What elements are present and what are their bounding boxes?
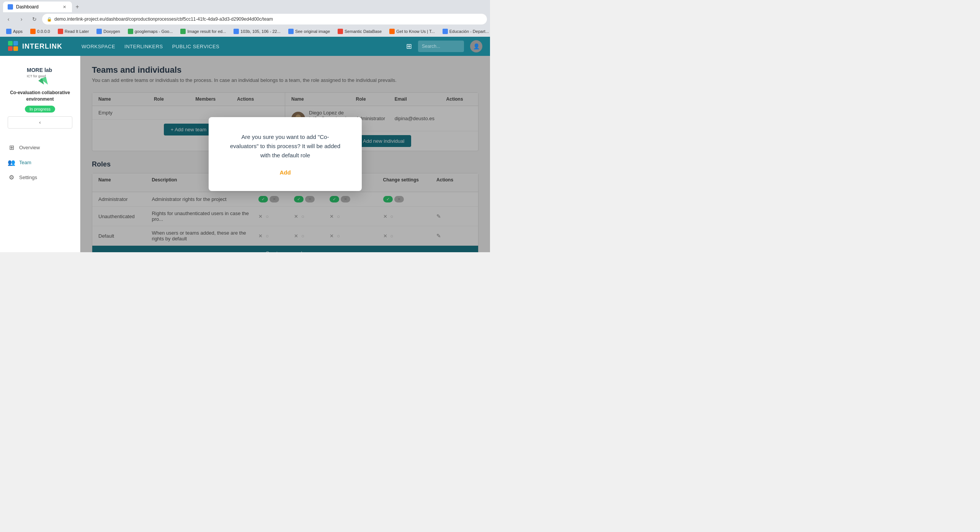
sidebar: MORE lab ICT for good Co-evaluation coll…: [0, 56, 80, 252]
status-badge: In progress: [25, 106, 55, 113]
bookmark-icon: [6, 29, 11, 34]
bookmark-icon: [30, 29, 36, 34]
nav-interlinkers[interactable]: INTERLINKERS: [124, 42, 163, 51]
bookmark-educacion[interactable]: Educación - Depart...: [439, 28, 490, 35]
bookmark-image[interactable]: Image result for ed...: [177, 28, 229, 35]
people-icon: 👥: [8, 159, 15, 166]
sidebar-label-overview: Overview: [19, 145, 40, 150]
sidebar-label-settings: Settings: [19, 175, 37, 180]
url-text: demo.interlink-project.eu/dashboard/copr…: [54, 16, 273, 22]
app: INTERLINK WORKSPACE INTERLINKERS PUBLIC …: [0, 37, 490, 252]
bookmark-label: googlemaps - Goo...: [135, 29, 173, 34]
bookmark-label: Apps: [13, 29, 23, 34]
bookmark-label: Get to Know Us | T...: [396, 29, 434, 34]
bookmark-label: 103b, 105, 106 - 22...: [240, 29, 281, 34]
back-button[interactable]: ‹: [8, 116, 72, 129]
reload-button[interactable]: ↻: [29, 14, 40, 24]
sidebar-logo-area: MORE lab ICT for good Co-evaluation coll…: [0, 64, 80, 136]
confirmation-modal: Are you sure you want to add "Co-evaluat…: [209, 117, 362, 191]
bookmark-label: Semantic DataBase: [345, 29, 382, 34]
forward-button[interactable]: ›: [16, 14, 27, 24]
modal-message: Are you sure you want to add "Co-evaluat…: [228, 132, 343, 160]
bookmark-label: Image result for ed...: [187, 29, 226, 34]
bookmark-icon: [234, 29, 239, 34]
new-tab-button[interactable]: +: [72, 2, 83, 12]
sidebar-item-overview[interactable]: ⊞ Overview: [0, 140, 80, 155]
svg-text:MORE lab: MORE lab: [27, 67, 52, 73]
bookmark-doxygen[interactable]: Doxygen: [93, 28, 123, 35]
gear-icon: ⚙: [8, 174, 15, 181]
bookmark-icon: [338, 29, 343, 34]
svg-text:ICT for good: ICT for good: [27, 74, 46, 78]
project-title: Co-evaluation collaborative environment: [8, 90, 72, 103]
grid-icon: ⊞: [8, 144, 15, 151]
tab-bar: Dashboard ✕ +: [0, 0, 490, 12]
nav-right: ⊞ 👤: [406, 40, 482, 52]
logo-text: INTERLINK: [22, 42, 62, 51]
bookmark-103b[interactable]: 103b, 105, 106 - 22...: [230, 28, 284, 35]
bookmark-ip[interactable]: 0.0.0.0: [27, 28, 53, 35]
bookmark-label: See original image: [295, 29, 330, 34]
sidebar-nav: ⊞ Overview 👥 Team ⚙ Settings: [0, 140, 80, 185]
bookmark-label: Read It Later: [65, 29, 89, 34]
project-logo-svg: MORE lab ICT for good: [25, 64, 56, 86]
bookmark-icon: [96, 29, 102, 34]
modal-add-button[interactable]: Add: [279, 169, 291, 176]
address-bar: ‹ › ↻ 🔒 demo.interlink-project.eu/dashbo…: [0, 12, 490, 26]
active-tab[interactable]: Dashboard ✕: [3, 2, 72, 12]
bookmark-label: Educación - Depart...: [449, 29, 489, 34]
bookmark-apps[interactable]: Apps: [3, 28, 26, 35]
logo[interactable]: INTERLINK: [8, 41, 62, 52]
tab-favicon: [8, 4, 13, 10]
nav-public-services[interactable]: PUBLIC SERVICES: [172, 42, 220, 51]
bookmark-label: Doxygen: [103, 29, 120, 34]
bookmarks-bar: Apps 0.0.0.0 Read It Later Doxygen googl…: [0, 26, 490, 37]
nav-links: WORKSPACE INTERLINKERS PUBLIC SERVICES: [82, 42, 219, 51]
tab-title: Dashboard: [16, 4, 58, 10]
url-input[interactable]: 🔒 demo.interlink-project.eu/dashboard/co…: [42, 14, 487, 24]
svg-rect-2: [8, 46, 13, 51]
logo-icon: [8, 41, 19, 52]
sidebar-item-team[interactable]: 👥 Team: [0, 155, 80, 170]
bookmark-semantic[interactable]: Semantic DataBase: [335, 28, 385, 35]
user-avatar[interactable]: 👤: [470, 40, 482, 52]
bookmark-icon: [128, 29, 133, 34]
main-content: MORE lab ICT for good Co-evaluation coll…: [0, 56, 490, 252]
bookmark-label: 0.0.0.0: [37, 29, 50, 34]
svg-rect-3: [13, 46, 18, 51]
sidebar-item-settings[interactable]: ⚙ Settings: [0, 170, 80, 185]
bookmark-icon: [180, 29, 186, 34]
lock-icon: 🔒: [47, 17, 52, 22]
bookmark-icon: [443, 29, 448, 34]
svg-rect-1: [13, 41, 18, 46]
project-logo: MORE lab ICT for good: [25, 64, 56, 86]
back-button[interactable]: ‹: [3, 14, 14, 24]
top-navigation: INTERLINK WORKSPACE INTERLINKERS PUBLIC …: [0, 37, 490, 56]
tab-close-button[interactable]: ✕: [61, 4, 67, 10]
sidebar-label-team: Team: [19, 160, 31, 165]
modal-overlay[interactable]: Are you sure you want to add "Co-evaluat…: [80, 56, 490, 252]
bookmark-icon: [389, 29, 395, 34]
bookmark-icon: [58, 29, 63, 34]
grid-icon[interactable]: ⊞: [406, 42, 412, 51]
bookmark-gettoknow[interactable]: Get to Know Us | T...: [386, 28, 438, 35]
nav-workspace[interactable]: WORKSPACE: [82, 42, 115, 51]
bookmark-read-later[interactable]: Read It Later: [55, 28, 92, 35]
svg-rect-0: [8, 41, 13, 46]
bookmark-icon: [288, 29, 294, 34]
page-body: Teams and individuals You can add entire…: [80, 56, 490, 252]
bookmark-original[interactable]: See original image: [285, 28, 333, 35]
bookmark-googlemaps[interactable]: googlemaps - Goo...: [125, 28, 176, 35]
search-input[interactable]: [418, 41, 464, 52]
